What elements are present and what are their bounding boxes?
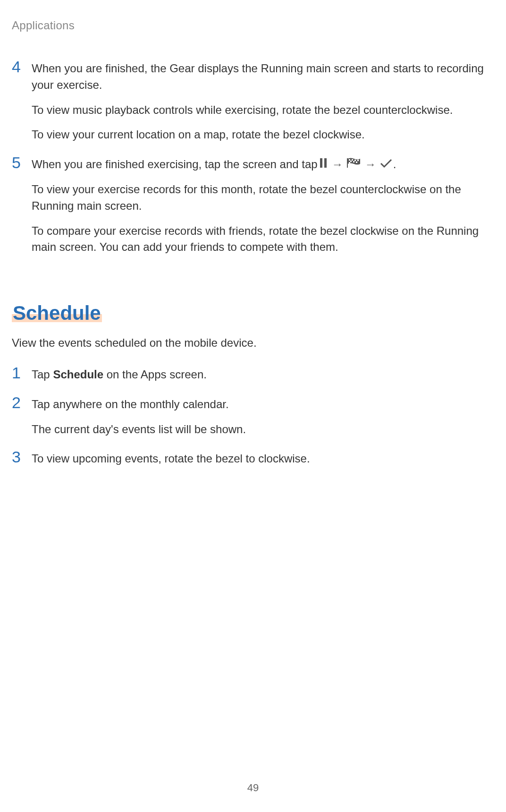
svg-rect-8: [356, 162, 357, 163]
step-5-p1-suffix: .: [393, 156, 396, 173]
step-5-p2: To view your exercise records for this m…: [32, 181, 494, 214]
schedule-step-1-p1: Tap Schedule on the Apps screen.: [32, 367, 494, 383]
step-4-content: When you are finished, the Gear displays…: [28, 60, 494, 143]
schedule-step-3-content: To view upcoming events, rotate the beze…: [28, 451, 494, 467]
schedule-step-2-p2: The current day's events list will be sh…: [32, 421, 494, 438]
schedule-step-1-content: Tap Schedule on the Apps screen.: [28, 367, 494, 383]
step-number-5: 5: [12, 154, 28, 256]
step-4-p3: To view your current location on a map, …: [32, 127, 494, 143]
check-icon: [380, 156, 392, 173]
schedule-step-number-3: 3: [12, 449, 28, 467]
step-4: 4 When you are finished, the Gear displa…: [12, 60, 494, 143]
schedule-intro: View the events scheduled on the mobile …: [12, 335, 494, 351]
schedule-step-number-2: 2: [12, 394, 28, 438]
step-number-4: 4: [12, 59, 28, 143]
schedule-step-2-content: Tap anywhere on the monthly calendar. Th…: [28, 396, 494, 438]
step-4-p2: To view music playback controls while ex…: [32, 102, 494, 119]
schedule-step-number-1: 1: [12, 365, 28, 383]
schedule-step-3-p1: To view upcoming events, rotate the beze…: [32, 451, 494, 467]
schedule-step-2: 2 Tap anywhere on the monthly calendar. …: [12, 396, 494, 438]
step-4-p1: When you are finished, the Gear displays…: [32, 60, 494, 94]
svg-rect-3: [352, 159, 353, 161]
document-page: Applications 4 When you are finished, th…: [0, 0, 506, 812]
step-5-content: When you are finished exercising, tap th…: [28, 156, 494, 256]
svg-rect-2: [349, 159, 350, 161]
schedule-step-3: 3 To view upcoming events, rotate the be…: [12, 451, 494, 467]
svg-rect-6: [350, 161, 352, 162]
arrow-icon-2: →: [365, 156, 376, 173]
svg-rect-4: [354, 160, 356, 161]
svg-rect-0: [320, 158, 322, 168]
page-number: 49: [0, 782, 506, 794]
svg-rect-9: [349, 162, 350, 163]
arrow-icon-1: →: [332, 156, 343, 173]
step-5-p1: When you are finished exercising, tap th…: [32, 156, 494, 173]
schedule-heading: Schedule: [12, 302, 102, 325]
schedule-step-1-prefix: Tap: [32, 368, 53, 381]
pause-icon: [319, 156, 328, 173]
svg-rect-5: [357, 160, 359, 161]
schedule-step-1-bold: Schedule: [53, 368, 103, 381]
step-5-p3: To compare your exercise records with fr…: [32, 223, 494, 256]
svg-rect-1: [324, 158, 327, 168]
svg-rect-7: [353, 161, 354, 162]
page-header-title: Applications: [12, 19, 494, 32]
schedule-step-1: 1 Tap Schedule on the Apps screen.: [12, 367, 494, 383]
finish-flag-icon: [347, 156, 361, 173]
schedule-step-1-suffix: on the Apps screen.: [103, 368, 207, 381]
step-5-p1-prefix: When you are finished exercising, tap th…: [32, 156, 318, 173]
schedule-step-2-p1: Tap anywhere on the monthly calendar.: [32, 396, 494, 413]
step-5: 5 When you are finished exercising, tap …: [12, 156, 494, 256]
